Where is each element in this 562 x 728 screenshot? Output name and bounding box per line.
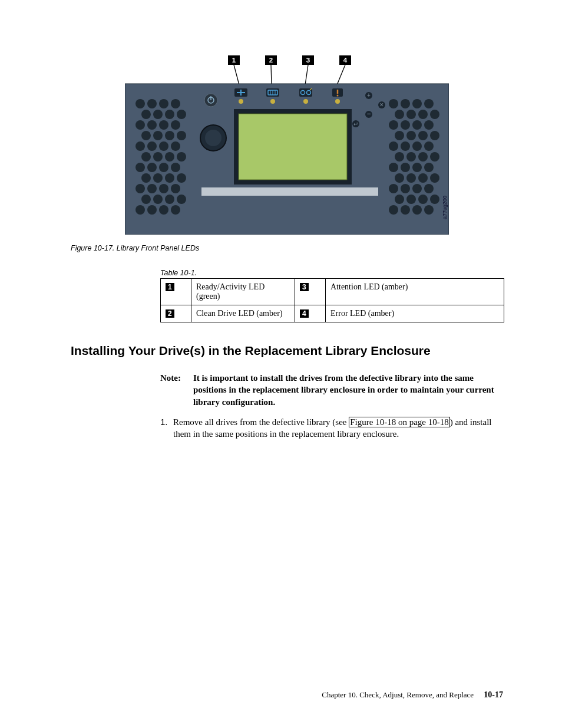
svg-point-58 bbox=[424, 99, 434, 108]
svg-point-22 bbox=[171, 120, 180, 130]
svg-point-46 bbox=[171, 184, 180, 193]
callout-badge-1: 1 bbox=[232, 57, 236, 64]
svg-point-105 bbox=[239, 99, 243, 104]
svg-point-38 bbox=[171, 163, 180, 172]
svg-point-14 bbox=[171, 99, 180, 108]
svg-point-41 bbox=[165, 173, 174, 183]
svg-point-16 bbox=[153, 110, 163, 119]
svg-point-50 bbox=[177, 195, 186, 204]
table-caption: Table 10-1. bbox=[160, 269, 503, 277]
svg-point-72 bbox=[401, 141, 410, 151]
svg-point-92 bbox=[406, 195, 416, 204]
svg-point-79 bbox=[389, 163, 398, 172]
figure-cross-reference-link[interactable]: Figure 10-18 on page 10-18 bbox=[349, 417, 449, 427]
svg-point-21 bbox=[159, 120, 168, 130]
svg-point-20 bbox=[147, 120, 157, 130]
svg-point-111 bbox=[270, 99, 275, 104]
svg-point-116 bbox=[303, 99, 308, 104]
svg-point-68 bbox=[406, 131, 416, 140]
table-badge-1: 1 bbox=[166, 283, 174, 291]
svg-point-51 bbox=[135, 205, 145, 215]
svg-point-60 bbox=[406, 110, 416, 119]
svg-point-69 bbox=[418, 131, 428, 140]
svg-rect-133 bbox=[239, 114, 347, 180]
figure-image: 1 2 3 4 bbox=[125, 53, 449, 235]
svg-text:↵: ↵ bbox=[353, 121, 358, 127]
svg-point-64 bbox=[401, 120, 410, 130]
svg-point-42 bbox=[177, 173, 186, 183]
svg-line-7 bbox=[337, 65, 345, 85]
svg-point-17 bbox=[165, 110, 174, 119]
svg-point-30 bbox=[171, 141, 180, 151]
page-footer: Chapter 10. Check, Adjust, Remove, and R… bbox=[322, 690, 503, 700]
svg-point-35 bbox=[135, 163, 145, 172]
svg-point-28 bbox=[147, 141, 157, 151]
svg-point-93 bbox=[418, 195, 428, 204]
svg-text:−: − bbox=[366, 110, 371, 118]
svg-point-55 bbox=[389, 99, 398, 108]
svg-point-59 bbox=[395, 110, 404, 119]
table-cell: Error LED (amber) bbox=[326, 305, 504, 322]
svg-point-70 bbox=[430, 131, 439, 140]
svg-point-90 bbox=[424, 184, 434, 193]
svg-point-88 bbox=[401, 184, 410, 193]
note-block: Note: It is important to install the dri… bbox=[160, 372, 503, 408]
svg-point-120 bbox=[335, 99, 340, 104]
svg-point-73 bbox=[412, 141, 422, 151]
table-badge-4: 4 bbox=[300, 309, 309, 318]
svg-point-84 bbox=[406, 173, 416, 183]
svg-point-29 bbox=[159, 141, 168, 151]
svg-point-74 bbox=[424, 141, 434, 151]
svg-point-45 bbox=[159, 184, 168, 193]
svg-point-95 bbox=[389, 205, 398, 215]
svg-line-6 bbox=[305, 65, 308, 85]
svg-point-89 bbox=[412, 184, 422, 193]
svg-point-75 bbox=[395, 152, 404, 162]
svg-point-96 bbox=[401, 205, 410, 215]
footer-chapter: Chapter 10. Check, Adjust, Remove, and R… bbox=[322, 690, 474, 699]
svg-point-19 bbox=[135, 120, 145, 130]
svg-point-57 bbox=[412, 99, 422, 108]
note-text: It is important to install the drives fr… bbox=[193, 372, 503, 408]
callout-badge-4: 4 bbox=[343, 57, 348, 64]
step-item: 1. Remove all drives from the defective … bbox=[160, 416, 503, 440]
svg-point-80 bbox=[401, 163, 410, 172]
footer-page-number: 10-17 bbox=[484, 690, 503, 699]
svg-point-61 bbox=[418, 110, 428, 119]
svg-text:+: + bbox=[367, 92, 371, 98]
svg-point-27 bbox=[135, 141, 145, 151]
svg-point-15 bbox=[141, 110, 151, 119]
svg-point-82 bbox=[424, 163, 434, 172]
step-number: 1. bbox=[160, 416, 173, 440]
table-row: 2 Clean Drive LED (amber) 4 Error LED (a… bbox=[161, 305, 504, 322]
svg-point-81 bbox=[412, 163, 422, 172]
svg-point-97 bbox=[412, 205, 422, 215]
svg-point-63 bbox=[389, 120, 398, 130]
svg-point-119 bbox=[337, 95, 339, 97]
svg-point-43 bbox=[135, 184, 145, 193]
svg-point-32 bbox=[153, 152, 163, 162]
svg-point-83 bbox=[395, 173, 404, 183]
note-label: Note: bbox=[160, 372, 193, 408]
table-cell: Attention LED (amber) bbox=[326, 279, 504, 305]
svg-point-56 bbox=[401, 99, 410, 108]
svg-point-12 bbox=[147, 99, 157, 108]
svg-point-131 bbox=[205, 130, 222, 146]
svg-point-11 bbox=[135, 99, 145, 108]
callout-badge-3: 3 bbox=[306, 57, 310, 64]
svg-point-52 bbox=[147, 205, 157, 215]
svg-point-67 bbox=[395, 131, 404, 140]
callout-badge-2: 2 bbox=[269, 57, 273, 64]
svg-point-18 bbox=[177, 110, 186, 119]
table-badge-3: 3 bbox=[300, 283, 309, 291]
svg-point-62 bbox=[430, 110, 439, 119]
svg-point-47 bbox=[141, 195, 151, 204]
svg-point-94 bbox=[430, 195, 439, 204]
step-list: 1. Remove all drives from the defective … bbox=[160, 416, 503, 440]
svg-point-87 bbox=[389, 184, 398, 193]
svg-point-91 bbox=[395, 195, 404, 204]
table-badge-2: 2 bbox=[166, 309, 174, 318]
svg-text:✕: ✕ bbox=[379, 102, 384, 108]
section-heading: Installing Your Drive(s) in the Replacem… bbox=[71, 344, 503, 358]
figure-code-label: a77ug200 bbox=[442, 196, 448, 219]
